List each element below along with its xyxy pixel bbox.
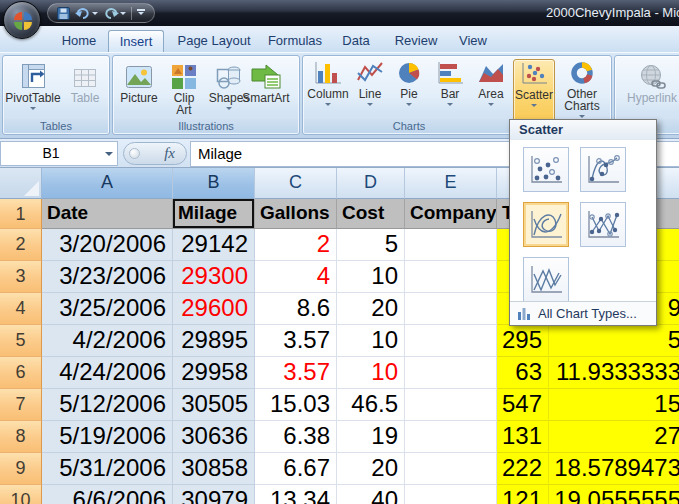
customize-quick-access-button[interactable] xyxy=(137,9,145,18)
cell-D6[interactable]: 10 xyxy=(337,357,405,389)
cell-E10[interactable] xyxy=(405,485,497,504)
cell-E9[interactable] xyxy=(405,453,497,485)
row-header-2[interactable]: 2 xyxy=(0,229,42,261)
clip-art-button[interactable]: Clip Art xyxy=(165,59,203,116)
cell-F6[interactable]: 63 xyxy=(497,357,549,389)
column-header-d[interactable]: D xyxy=(337,168,405,199)
insert-function-button[interactable]: fx xyxy=(123,142,187,165)
cell-B8[interactable]: 30636 xyxy=(173,421,255,453)
name-box-dropdown-icon[interactable] xyxy=(105,152,113,160)
other-charts-button[interactable]: Other Charts xyxy=(557,59,607,121)
cell-G10[interactable]: 19.0555555 xyxy=(549,485,679,504)
undo-dropdown-icon[interactable] xyxy=(92,12,98,18)
undo-button[interactable] xyxy=(75,7,98,19)
cell-A8[interactable]: 5/19/2006 xyxy=(42,421,173,453)
scatter-markers-only-icon[interactable] xyxy=(523,147,569,192)
cell-B6[interactable]: 29958 xyxy=(173,357,255,389)
row-header-9[interactable]: 9 xyxy=(0,453,42,485)
cell-C10[interactable]: 13.34 xyxy=(255,485,337,504)
office-button[interactable] xyxy=(3,1,41,39)
cell-C5[interactable]: 3.57 xyxy=(255,325,337,357)
tab-review[interactable]: Review xyxy=(388,30,444,52)
pivottable-button[interactable]: PivotTable xyxy=(6,59,60,113)
cell-E1[interactable]: Company xyxy=(405,199,497,229)
smartart-button[interactable]: SmartArt xyxy=(235,59,297,104)
scatter-straight-lines-markers-icon[interactable] xyxy=(580,202,626,247)
cell-E4[interactable] xyxy=(405,293,497,325)
cell-C4[interactable]: 8.6 xyxy=(255,293,337,325)
area-chart-button[interactable]: Area xyxy=(471,59,511,109)
cell-A6[interactable]: 4/24/2006 xyxy=(42,357,173,389)
bar-chart-button[interactable]: Bar xyxy=(431,59,469,109)
tab-view[interactable]: View xyxy=(450,30,496,52)
cell-E2[interactable] xyxy=(405,229,497,261)
cell-D9[interactable]: 20 xyxy=(337,453,405,485)
scatter-smooth-lines-icon[interactable] xyxy=(523,202,569,247)
cell-E8[interactable] xyxy=(405,421,497,453)
cell-F8[interactable]: 131 xyxy=(497,421,549,453)
row-header-6[interactable]: 6 xyxy=(0,357,42,389)
cell-A3[interactable]: 3/23/2006 xyxy=(42,261,173,293)
cell-G5[interactable]: 5 xyxy=(549,325,679,357)
cell-D4[interactable]: 20 xyxy=(337,293,405,325)
cell-E6[interactable] xyxy=(405,357,497,389)
cell-B4[interactable]: 29600 xyxy=(173,293,255,325)
name-box[interactable]: B1 xyxy=(0,141,118,166)
cell-G8[interactable]: 27 xyxy=(549,421,679,453)
cell-F5[interactable]: 295 xyxy=(497,325,549,357)
cell-F9[interactable]: 222 xyxy=(497,453,549,485)
redo-dropdown-icon[interactable] xyxy=(120,12,126,18)
cell-B5[interactable]: 29895 xyxy=(173,325,255,357)
cell-D8[interactable]: 19 xyxy=(337,421,405,453)
tab-page-layout[interactable]: Page Layout xyxy=(170,30,258,52)
column-header-e[interactable]: E xyxy=(405,168,497,199)
cell-D2[interactable]: 5 xyxy=(337,229,405,261)
row-header-1[interactable]: 1 xyxy=(0,199,42,229)
select-all-button[interactable] xyxy=(0,168,42,199)
cell-F10[interactable]: 121 xyxy=(497,485,549,504)
cell-D10[interactable]: 40 xyxy=(337,485,405,504)
row-header-4[interactable]: 4 xyxy=(0,293,42,325)
all-chart-types-item[interactable]: All Chart Types... xyxy=(510,301,656,325)
cell-B3[interactable]: 29300 xyxy=(173,261,255,293)
row-header-3[interactable]: 3 xyxy=(0,261,42,293)
tab-formulas[interactable]: Formulas xyxy=(262,30,328,52)
cell-E5[interactable] xyxy=(405,325,497,357)
cell-B1[interactable]: Milage xyxy=(173,199,255,229)
cell-A4[interactable]: 3/25/2006 xyxy=(42,293,173,325)
cell-A9[interactable]: 5/31/2006 xyxy=(42,453,173,485)
cell-D1[interactable]: Cost xyxy=(337,199,405,229)
row-header-7[interactable]: 7 xyxy=(0,389,42,421)
scatter-straight-lines-icon[interactable] xyxy=(523,257,569,302)
cell-C6[interactable]: 3.57 xyxy=(255,357,337,389)
row-header-5[interactable]: 5 xyxy=(0,325,42,357)
tab-insert[interactable]: Insert xyxy=(108,30,164,52)
cell-A5[interactable]: 4/2/2006 xyxy=(42,325,173,357)
redo-button[interactable] xyxy=(103,7,126,19)
cell-C9[interactable]: 6.67 xyxy=(255,453,337,485)
cell-A2[interactable]: 3/20/2006 xyxy=(42,229,173,261)
line-chart-button[interactable]: Line xyxy=(351,59,389,109)
tab-home[interactable]: Home xyxy=(52,30,106,52)
cell-G6[interactable]: 11.9333333 xyxy=(549,357,679,389)
row-header-10[interactable]: 10 xyxy=(0,485,42,504)
cell-G9[interactable]: 18.5789473 xyxy=(549,453,679,485)
cell-F7[interactable]: 547 xyxy=(497,389,549,421)
tab-data[interactable]: Data xyxy=(332,30,380,52)
cell-C7[interactable]: 15.03 xyxy=(255,389,337,421)
cell-E3[interactable] xyxy=(405,261,497,293)
column-header-c[interactable]: C xyxy=(255,168,337,199)
cell-C8[interactable]: 6.38 xyxy=(255,421,337,453)
picture-button[interactable]: Picture xyxy=(117,59,161,104)
cell-C2[interactable]: 2 xyxy=(255,229,337,261)
cell-B7[interactable]: 30505 xyxy=(173,389,255,421)
column-chart-button[interactable]: Column xyxy=(307,59,349,109)
cell-A1[interactable]: Date xyxy=(42,199,173,229)
scatter-smooth-lines-markers-icon[interactable] xyxy=(580,147,626,192)
cell-C3[interactable]: 4 xyxy=(255,261,337,293)
cell-C1[interactable]: Gallons xyxy=(255,199,337,229)
save-button[interactable] xyxy=(57,7,70,20)
cell-G7[interactable]: 15 xyxy=(549,389,679,421)
cell-B10[interactable]: 30979 xyxy=(173,485,255,504)
column-header-a[interactable]: A xyxy=(42,168,173,199)
